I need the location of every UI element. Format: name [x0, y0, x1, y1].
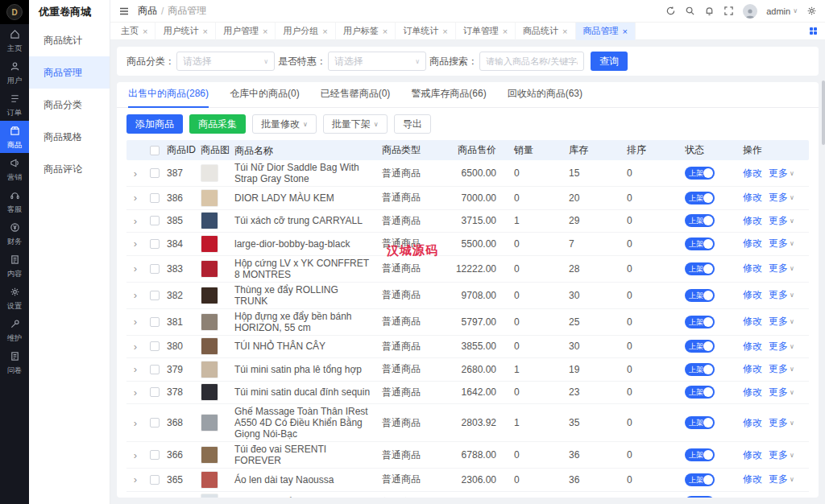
submenu-item-product-review[interactable]: 商品评论 [29, 153, 110, 185]
fullscreen-icon[interactable] [723, 6, 734, 16]
tab-list-icon[interactable] [810, 27, 822, 35]
expand-row-icon[interactable]: › [134, 316, 137, 328]
product-search-input[interactable] [479, 52, 584, 71]
status-toggle[interactable]: 上架 [685, 416, 715, 429]
expand-row-icon[interactable]: › [134, 215, 137, 227]
batch-offshelf-button[interactable]: 批量下架∨ [323, 114, 388, 134]
close-icon[interactable]: × [623, 27, 628, 36]
expand-row-icon[interactable]: › [134, 449, 137, 461]
product-thumbnail[interactable] [201, 235, 218, 253]
status-toggle[interactable]: 上架 [685, 167, 715, 180]
more-link[interactable]: 更多∨ [769, 288, 794, 302]
tab-order-manage[interactable]: 订单管理× [456, 23, 516, 40]
select-all-checkbox[interactable] [150, 146, 160, 155]
edit-link[interactable]: 修改 [743, 473, 762, 486]
submenu-item-product-stats[interactable]: 商品统计 [29, 24, 110, 56]
app-logo[interactable]: D [0, 0, 29, 24]
tab-user-group[interactable]: 用户分组× [276, 23, 335, 40]
status-toggle[interactable]: 上架 [685, 496, 715, 498]
edit-link[interactable]: 修改 [743, 191, 762, 204]
product-thumbnail[interactable] [201, 189, 218, 207]
edit-link[interactable]: 修改 [743, 416, 762, 430]
expand-row-icon[interactable]: › [134, 167, 137, 180]
more-link[interactable]: 更多∨ [769, 214, 794, 228]
edit-link[interactable]: 修改 [743, 340, 762, 353]
expand-row-icon[interactable]: › [134, 341, 137, 353]
edit-link[interactable]: 修改 [743, 362, 762, 376]
edit-link[interactable]: 修改 [743, 214, 762, 228]
edit-link[interactable]: 修改 [743, 386, 762, 399]
ptab-recycle-bin[interactable]: 回收站的商品(63) [508, 82, 582, 108]
collect-product-button[interactable]: 商品采集 [189, 114, 246, 134]
sidebar-item-users[interactable]: 用户 [0, 56, 29, 89]
product-thumbnail[interactable] [201, 383, 218, 401]
submenu-item-product-category[interactable]: 商品分类 [29, 89, 110, 121]
edit-link[interactable]: 修改 [743, 448, 762, 462]
product-thumbnail[interactable] [201, 212, 218, 229]
collapse-menu-icon[interactable] [118, 6, 130, 17]
tab-user-label[interactable]: 用户标签× [336, 23, 396, 40]
tab-user-manage[interactable]: 用户管理× [216, 23, 276, 40]
more-link[interactable]: 更多∨ [769, 167, 794, 180]
sidebar-item-orders[interactable]: 订单 [0, 89, 29, 121]
row-checkbox[interactable] [150, 291, 160, 300]
edit-link[interactable]: 修改 [743, 288, 762, 302]
more-link[interactable]: 更多∨ [769, 262, 794, 275]
tab-product-stats[interactable]: 商品统计× [516, 23, 575, 40]
more-link[interactable]: 更多∨ [769, 315, 794, 328]
more-link[interactable]: 更多∨ [769, 340, 794, 353]
tab-product-manage[interactable]: 商品管理× [576, 23, 636, 40]
product-thumbnail[interactable] [201, 414, 218, 432]
sidebar-item-marketing[interactable]: 营销 [0, 153, 29, 185]
status-toggle[interactable]: 上架 [685, 448, 715, 461]
more-link[interactable]: 更多∨ [769, 362, 794, 376]
status-toggle[interactable]: 上架 [685, 316, 715, 328]
product-thumbnail[interactable] [201, 164, 218, 182]
row-checkbox[interactable] [150, 475, 160, 485]
category-select[interactable]: 请选择∨ [176, 52, 275, 71]
expand-row-icon[interactable]: › [134, 497, 137, 498]
expand-row-icon[interactable]: › [134, 192, 137, 204]
sidebar-item-finance[interactable]: 财务 [0, 217, 29, 250]
submenu-item-product-manage[interactable]: 商品管理 [29, 56, 110, 89]
sidebar-item-products[interactable]: 商品 [0, 121, 29, 153]
more-link[interactable]: 更多∨ [769, 386, 794, 399]
status-toggle[interactable]: 上架 [685, 386, 715, 399]
edit-link[interactable]: 修改 [743, 496, 762, 498]
row-checkbox[interactable] [150, 193, 160, 203]
product-thumbnail[interactable] [201, 361, 218, 378]
product-thumbnail[interactable] [201, 337, 218, 355]
row-checkbox[interactable] [150, 239, 160, 249]
submenu-item-product-spec[interactable]: 商品规格 [29, 121, 110, 153]
close-icon[interactable]: × [383, 27, 388, 36]
expand-row-icon[interactable]: › [134, 289, 137, 301]
expand-row-icon[interactable]: › [134, 363, 137, 375]
more-link[interactable]: 更多∨ [769, 448, 794, 462]
notification-bell-icon[interactable] [704, 6, 715, 16]
ptab-low-stock[interactable]: 警戒库存商品(66) [411, 82, 486, 108]
sidebar-item-settings[interactable]: 设置 [0, 282, 29, 314]
status-toggle[interactable]: 上架 [685, 192, 715, 204]
row-checkbox[interactable] [150, 387, 160, 397]
sidebar-item-maintenance[interactable]: 维护 [0, 314, 29, 346]
product-thumbnail[interactable] [201, 313, 218, 331]
row-checkbox[interactable] [150, 168, 160, 178]
settings-gear-icon[interactable] [806, 6, 817, 16]
close-icon[interactable]: × [202, 27, 207, 36]
status-toggle[interactable]: 上架 [685, 289, 715, 302]
status-toggle[interactable]: 上架 [685, 238, 715, 250]
export-button[interactable]: 导出 [394, 114, 431, 134]
status-toggle[interactable]: 上架 [685, 363, 715, 376]
row-checkbox[interactable] [150, 418, 160, 428]
sidebar-item-survey[interactable]: 问卷 [0, 346, 29, 378]
add-product-button[interactable]: 添加商品 [126, 114, 183, 134]
more-link[interactable]: 更多∨ [769, 496, 794, 498]
avatar[interactable] [743, 4, 757, 19]
more-link[interactable]: 更多∨ [769, 237, 794, 250]
batch-edit-button[interactable]: 批量修改∨ [252, 114, 317, 134]
product-thumbnail[interactable] [201, 260, 218, 278]
tab-order-stats[interactable]: 订单统计× [396, 23, 455, 40]
sidebar-item-home[interactable]: 主页 [0, 24, 29, 56]
expand-row-icon[interactable]: › [134, 386, 137, 399]
ptab-in-warehouse[interactable]: 仓库中的商品(0) [230, 82, 300, 108]
